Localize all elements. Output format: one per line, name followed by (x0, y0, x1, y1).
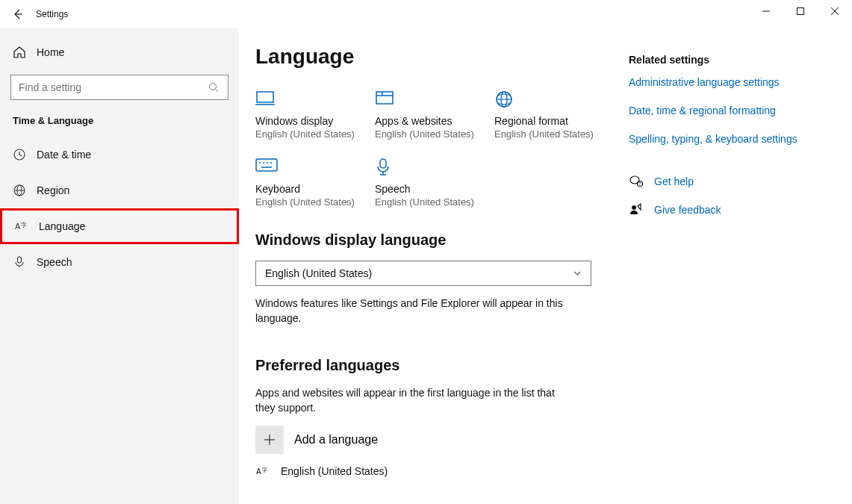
svg-rect-2 (797, 8, 804, 15)
tile-sub: English (United States) (375, 128, 487, 140)
svg-line-9 (19, 155, 22, 156)
sidebar-item-label: Speech (37, 256, 72, 268)
sidebar-item-speech[interactable]: Speech (0, 244, 239, 280)
globe-region-icon (494, 90, 606, 112)
tile-sub: English (United States) (255, 196, 367, 208)
sidebar-item-label: Region (37, 184, 69, 196)
apps-icon (375, 90, 487, 112)
back-button[interactable] (0, 0, 36, 28)
sidebar-section-header: Time & Language (0, 111, 239, 137)
add-language-button[interactable]: Add a language (255, 426, 629, 454)
tile-sub: English (United States) (494, 128, 606, 140)
plus-icon (255, 426, 284, 454)
sidebar-item-language[interactable]: A字 Language (0, 208, 239, 244)
right-column: Related settings Administrative language… (629, 45, 838, 504)
link-spelling-typing[interactable]: Spelling, typing, & keyboard settings (629, 133, 823, 145)
display-language-desc: Windows features like Settings and File … (255, 296, 576, 326)
titlebar: Settings (0, 0, 852, 28)
svg-text:字: 字 (21, 222, 27, 228)
tile-regional-format[interactable]: Regional format English (United States) (494, 90, 606, 140)
tile-title: Windows display (255, 115, 367, 127)
tile-windows-display[interactable]: Windows display English (United States) (255, 90, 367, 140)
search-icon (207, 82, 220, 93)
search-field[interactable] (19, 81, 207, 93)
sidebar: Home Time & Language Date & time Region … (0, 28, 239, 504)
tile-sub: English (United States) (375, 196, 487, 208)
tile-title: Keyboard (255, 183, 367, 195)
give-feedback-link[interactable]: Give feedback (629, 203, 823, 217)
microphone-icon (375, 158, 487, 180)
tile-apps-websites[interactable]: Apps & websites English (United States) (375, 90, 487, 140)
sidebar-item-region[interactable]: Region (0, 172, 239, 208)
close-button[interactable] (818, 0, 852, 22)
language-icon: A字 (15, 220, 28, 233)
display-language-dropdown[interactable]: English (United States) (255, 261, 591, 286)
window-controls (749, 0, 852, 22)
svg-text:A: A (15, 222, 21, 231)
nav-home[interactable]: Home (0, 36, 239, 69)
link-date-time-regional[interactable]: Date, time & regional formatting (629, 105, 823, 116)
search-input[interactable] (10, 75, 228, 100)
help-icon: ? (629, 175, 644, 188)
link-admin-language[interactable]: Administrative language settings (629, 76, 823, 88)
tile-title: Apps & websites (375, 115, 487, 127)
keyboard-icon (255, 158, 367, 180)
language-item-label: English (United States) (281, 465, 388, 477)
microphone-icon (13, 255, 26, 269)
chevron-down-icon (573, 269, 582, 278)
sidebar-item-label: Date & time (37, 149, 91, 161)
language-item-icon: A字 (255, 464, 270, 478)
svg-point-41 (632, 205, 636, 210)
svg-point-5 (210, 84, 217, 90)
related-settings-header: Related settings (629, 54, 823, 66)
minimize-button[interactable] (749, 0, 783, 22)
get-help-link[interactable]: ? Get help (629, 175, 823, 188)
preferred-languages-title: Preferred languages (255, 357, 629, 374)
svg-rect-17 (257, 92, 273, 102)
svg-text:字: 字 (262, 467, 267, 473)
svg-rect-25 (256, 159, 277, 171)
give-feedback-label: Give feedback (654, 204, 721, 216)
display-icon (255, 90, 367, 112)
tile-keyboard[interactable]: Keyboard English (United States) (255, 158, 367, 208)
add-language-label: Add a language (294, 433, 378, 447)
svg-rect-15 (18, 257, 22, 263)
display-language-title: Windows display language (255, 231, 629, 249)
dropdown-value: English (United States) (265, 267, 372, 279)
sidebar-item-date-time[interactable]: Date & time (0, 137, 239, 172)
get-help-label: Get help (654, 175, 694, 187)
page-title: Language (255, 45, 629, 69)
home-icon (13, 46, 26, 59)
svg-rect-31 (380, 159, 386, 168)
tile-sub: English (United States) (255, 128, 367, 140)
nav-home-label: Home (37, 46, 64, 58)
sidebar-item-label: Language (39, 220, 85, 232)
preferred-languages-desc: Apps and websites will appear in the fir… (255, 386, 576, 415)
svg-rect-19 (376, 92, 393, 104)
svg-text:?: ? (638, 181, 641, 186)
content: Language Windows display English (United… (255, 45, 629, 504)
tile-title: Regional format (494, 115, 606, 127)
svg-line-6 (216, 90, 219, 93)
svg-text:A: A (256, 467, 261, 476)
tile-title: Speech (375, 183, 487, 195)
window-title: Settings (36, 0, 68, 28)
globe-icon (13, 184, 26, 197)
tile-speech[interactable]: Speech English (United States) (375, 158, 487, 208)
feedback-icon (629, 203, 644, 217)
language-item[interactable]: A字 English (United States) (255, 464, 629, 478)
clock-icon (13, 148, 26, 161)
maximize-button[interactable] (783, 0, 818, 22)
